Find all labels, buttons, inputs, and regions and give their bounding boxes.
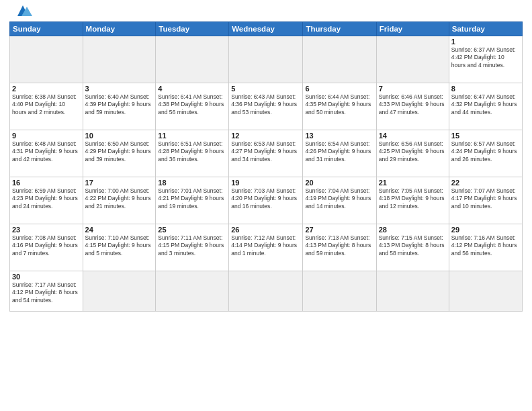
calendar-cell: 25Sunrise: 7:11 AM Sunset: 4:15 PM Dayli… [156,224,229,271]
day-info: Sunrise: 6:54 AM Sunset: 4:26 PM Dayligh… [305,140,373,163]
day-number: 12 [231,132,300,140]
calendar-cell: 19Sunrise: 7:03 AM Sunset: 4:20 PM Dayli… [229,177,303,224]
logo-area [9,7,32,17]
day-number: 14 [379,132,447,140]
calendar-cell: 20Sunrise: 7:04 AM Sunset: 4:19 PM Dayli… [303,177,376,224]
day-info: Sunrise: 7:03 AM Sunset: 4:20 PM Dayligh… [231,187,300,210]
day-info: Sunrise: 7:11 AM Sunset: 4:15 PM Dayligh… [158,234,226,257]
day-info: Sunrise: 7:12 AM Sunset: 4:14 PM Dayligh… [231,234,300,257]
day-info: Sunrise: 7:08 AM Sunset: 4:16 PM Dayligh… [12,234,81,257]
day-number: 1 [451,38,520,46]
day-info: Sunrise: 7:07 AM Sunset: 4:17 PM Dayligh… [451,187,520,210]
day-info: Sunrise: 7:01 AM Sunset: 4:21 PM Dayligh… [158,187,226,210]
day-number: 27 [305,226,373,234]
calendar-cell: 16Sunrise: 6:59 AM Sunset: 4:23 PM Dayli… [10,177,83,224]
day-info: Sunrise: 7:10 AM Sunset: 4:15 PM Dayligh… [85,234,154,257]
calendar-cell: 28Sunrise: 7:15 AM Sunset: 4:13 PM Dayli… [376,224,449,271]
calendar-cell: 1Sunrise: 6:37 AM Sunset: 4:42 PM Daylig… [449,36,522,83]
day-info: Sunrise: 7:17 AM Sunset: 4:12 PM Dayligh… [12,281,81,304]
calendar-week-row: 1Sunrise: 6:37 AM Sunset: 4:42 PM Daylig… [10,36,523,83]
calendar-cell: 14Sunrise: 6:56 AM Sunset: 4:25 PM Dayli… [376,130,449,177]
calendar-cell: 26Sunrise: 7:12 AM Sunset: 4:14 PM Dayli… [229,224,303,271]
day-number: 6 [305,85,373,93]
calendar-cell [83,271,156,312]
calendar-header-tuesday: Tuesday [156,22,229,36]
day-info: Sunrise: 7:05 AM Sunset: 4:18 PM Dayligh… [379,187,447,210]
calendar-cell [376,271,449,312]
header [9,7,523,17]
day-number: 23 [12,226,81,234]
day-info: Sunrise: 6:37 AM Sunset: 4:42 PM Dayligh… [451,46,520,69]
day-number: 28 [379,226,447,234]
calendar-header-wednesday: Wednesday [229,22,303,36]
day-info: Sunrise: 6:43 AM Sunset: 4:36 PM Dayligh… [231,93,300,116]
calendar-cell: 29Sunrise: 7:16 AM Sunset: 4:12 PM Dayli… [449,224,522,271]
day-number: 9 [12,132,81,140]
calendar-cell: 11Sunrise: 6:51 AM Sunset: 4:28 PM Dayli… [156,130,229,177]
day-number: 10 [85,132,154,140]
calendar-cell: 6Sunrise: 6:44 AM Sunset: 4:35 PM Daylig… [303,83,376,130]
day-info: Sunrise: 7:15 AM Sunset: 4:13 PM Dayligh… [379,234,447,257]
day-info: Sunrise: 7:00 AM Sunset: 4:22 PM Dayligh… [85,187,154,210]
day-number: 17 [85,179,154,187]
calendar: SundayMondayTuesdayWednesdayThursdayFrid… [9,21,523,312]
calendar-header-thursday: Thursday [303,22,376,36]
day-number: 7 [379,85,447,93]
logo-icon [11,4,32,17]
calendar-cell: 30Sunrise: 7:17 AM Sunset: 4:12 PM Dayli… [10,271,83,312]
calendar-cell [83,36,156,83]
calendar-cell: 12Sunrise: 6:53 AM Sunset: 4:27 PM Dayli… [229,130,303,177]
day-info: Sunrise: 6:53 AM Sunset: 4:27 PM Dayligh… [231,140,300,163]
calendar-cell: 21Sunrise: 7:05 AM Sunset: 4:18 PM Dayli… [376,177,449,224]
calendar-header-saturday: Saturday [449,22,522,36]
calendar-cell: 10Sunrise: 6:50 AM Sunset: 4:29 PM Dayli… [83,130,156,177]
day-info: Sunrise: 6:46 AM Sunset: 4:33 PM Dayligh… [379,93,447,116]
calendar-cell: 8Sunrise: 6:47 AM Sunset: 4:32 PM Daylig… [449,83,522,130]
day-number: 24 [85,226,154,234]
day-number: 2 [12,85,81,93]
calendar-cell: 4Sunrise: 6:41 AM Sunset: 4:38 PM Daylig… [156,83,229,130]
calendar-cell: 2Sunrise: 6:38 AM Sunset: 4:40 PM Daylig… [10,83,83,130]
calendar-cell [229,36,303,83]
day-number: 25 [158,226,226,234]
calendar-cell [10,36,83,83]
calendar-cell: 17Sunrise: 7:00 AM Sunset: 4:22 PM Dayli… [83,177,156,224]
calendar-cell: 3Sunrise: 6:40 AM Sunset: 4:39 PM Daylig… [83,83,156,130]
calendar-header-sunday: Sunday [10,22,83,36]
calendar-cell: 18Sunrise: 7:01 AM Sunset: 4:21 PM Dayli… [156,177,229,224]
day-info: Sunrise: 6:59 AM Sunset: 4:23 PM Dayligh… [12,187,81,210]
day-number: 30 [12,273,81,281]
day-info: Sunrise: 6:51 AM Sunset: 4:28 PM Dayligh… [158,140,226,163]
calendar-cell [303,271,376,312]
calendar-cell: 13Sunrise: 6:54 AM Sunset: 4:26 PM Dayli… [303,130,376,177]
day-info: Sunrise: 7:04 AM Sunset: 4:19 PM Dayligh… [305,187,373,210]
day-info: Sunrise: 6:38 AM Sunset: 4:40 PM Dayligh… [12,93,81,116]
day-number: 5 [231,85,300,93]
day-number: 18 [158,179,226,187]
calendar-cell: 27Sunrise: 7:13 AM Sunset: 4:13 PM Dayli… [303,224,376,271]
calendar-cell [229,271,303,312]
day-info: Sunrise: 6:50 AM Sunset: 4:29 PM Dayligh… [85,140,154,163]
day-number: 16 [12,179,81,187]
calendar-cell: 9Sunrise: 6:48 AM Sunset: 4:31 PM Daylig… [10,130,83,177]
day-number: 3 [85,85,154,93]
calendar-cell: 22Sunrise: 7:07 AM Sunset: 4:17 PM Dayli… [449,177,522,224]
day-number: 13 [305,132,373,140]
calendar-week-row: 16Sunrise: 6:59 AM Sunset: 4:23 PM Dayli… [10,177,523,224]
calendar-header-monday: Monday [83,22,156,36]
calendar-cell: 23Sunrise: 7:08 AM Sunset: 4:16 PM Dayli… [10,224,83,271]
calendar-cell [376,36,449,83]
calendar-week-row: 2Sunrise: 6:38 AM Sunset: 4:40 PM Daylig… [10,83,523,130]
calendar-cell [156,36,229,83]
day-info: Sunrise: 6:47 AM Sunset: 4:32 PM Dayligh… [451,93,520,116]
calendar-week-row: 30Sunrise: 7:17 AM Sunset: 4:12 PM Dayli… [10,271,523,312]
day-number: 22 [451,179,520,187]
day-number: 15 [451,132,520,140]
calendar-cell: 7Sunrise: 6:46 AM Sunset: 4:33 PM Daylig… [376,83,449,130]
calendar-cell: 5Sunrise: 6:43 AM Sunset: 4:36 PM Daylig… [229,83,303,130]
day-info: Sunrise: 6:40 AM Sunset: 4:39 PM Dayligh… [85,93,154,116]
calendar-week-row: 23Sunrise: 7:08 AM Sunset: 4:16 PM Dayli… [10,224,523,271]
day-info: Sunrise: 6:44 AM Sunset: 4:35 PM Dayligh… [305,93,373,116]
calendar-cell: 15Sunrise: 6:57 AM Sunset: 4:24 PM Dayli… [449,130,522,177]
day-number: 29 [451,226,520,234]
